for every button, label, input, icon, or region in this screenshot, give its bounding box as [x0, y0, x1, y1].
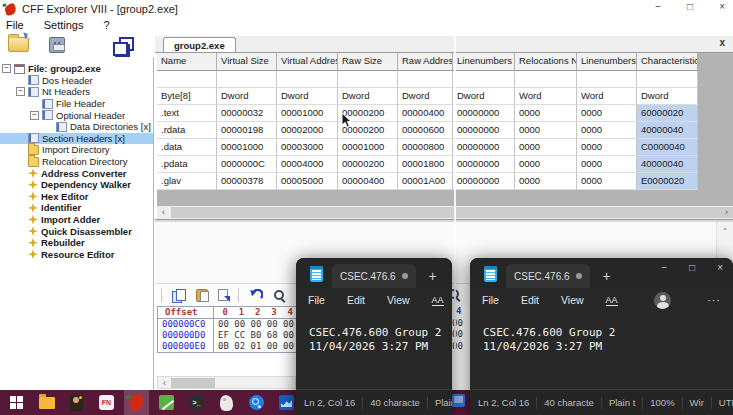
close-button[interactable]: ×	[719, 1, 725, 12]
table-cell[interactable]	[398, 71, 453, 88]
table-cell[interactable]: Word	[515, 88, 577, 105]
sidebar-item-section-headers-x[interactable]: Section Headers [x]	[0, 133, 153, 145]
table-cell[interactable]: Byte[8]	[157, 88, 217, 105]
column-header-virtual-size[interactable]: Virtual Size	[217, 53, 277, 71]
scrollbar-thumb[interactable]	[171, 207, 733, 218]
table-cell[interactable]: .rdata	[157, 122, 217, 139]
notepad-menu-file[interactable]: File	[482, 294, 499, 306]
table-cell[interactable]: Dword	[398, 88, 453, 105]
table-cell[interactable]: 00002000	[277, 122, 338, 139]
table-cell[interactable]: 00005000	[277, 173, 338, 190]
taskbar-icon-blue-window[interactable]	[452, 394, 465, 407]
table-cell[interactable]	[277, 71, 338, 88]
table-cell[interactable]: 0000	[577, 173, 637, 190]
fill-icon[interactable]	[218, 289, 228, 301]
column-header-virtual-address[interactable]: Virtual Address	[277, 53, 338, 71]
table-cell[interactable]: .data	[157, 139, 217, 156]
table-cell[interactable]: 40000040	[637, 156, 698, 173]
table-cell[interactable]: 00000000	[453, 173, 515, 190]
table-cell[interactable]: .glav	[157, 173, 217, 190]
table-cell[interactable]: 00000600	[398, 122, 453, 139]
taskbar-icon-fn-app[interactable]: FN	[98, 390, 115, 415]
table-cell[interactable]: 00000198	[217, 122, 277, 139]
minimize-button[interactable]: −	[655, 1, 661, 12]
table-cell[interactable]: 00000032	[217, 105, 277, 122]
notepad-menu-view[interactable]: View	[387, 294, 410, 306]
table-cell[interactable]: 00000000	[453, 105, 515, 122]
table-cell[interactable]: 00000000	[453, 156, 515, 173]
new-tab-button[interactable]: +	[603, 269, 611, 283]
scroll-left-icon[interactable]: ‹	[158, 377, 171, 390]
column-header-relocations-n[interactable]: Relocations N...	[515, 53, 577, 71]
table-cell[interactable]: E0000020	[637, 173, 698, 190]
tree-expander-icon[interactable]: −	[30, 111, 39, 120]
notepad-menu-edit[interactable]: Edit	[347, 294, 365, 306]
notepad-menu-file[interactable]: File	[308, 294, 325, 306]
taskbar-icon-monitor-app[interactable]	[278, 390, 295, 415]
column-header-raw-address[interactable]: Raw Address	[398, 53, 453, 71]
tree-expander-icon[interactable]: −	[16, 87, 25, 96]
hex-bytes[interactable]: 00 00 00 00 00 0	[214, 319, 305, 330]
cascade-windows-icon[interactable]	[113, 37, 131, 53]
table-cell[interactable]: 00001000	[217, 139, 277, 156]
tab-group2-exe[interactable]: group2.exe	[163, 37, 236, 52]
font-settings-icon[interactable]: AA	[432, 295, 444, 306]
table-cell[interactable]	[338, 71, 398, 88]
table-cell[interactable]: 0000	[515, 173, 577, 190]
notepad-tab[interactable]: CSEC.476.6	[332, 264, 416, 288]
new-tab-button[interactable]: +	[429, 269, 437, 283]
sidebar-item-identifier[interactable]: Identifier	[0, 202, 153, 214]
column-header-characteristics[interactable]: Characteristics	[637, 53, 698, 71]
table-cell[interactable]	[515, 71, 577, 88]
table-cell[interactable]: Dword	[338, 88, 398, 105]
table-cell[interactable]: 0000	[577, 139, 637, 156]
hex-horizontal-scrollbar[interactable]: ‹	[157, 376, 296, 389]
maximize-button[interactable]: □	[687, 1, 693, 12]
taskbar-icon-portrait-app[interactable]	[68, 390, 85, 415]
column-header-name[interactable]: Name	[157, 53, 217, 71]
table-cell[interactable]: 0000	[515, 122, 577, 139]
table-cell[interactable]: Dword	[277, 88, 338, 105]
taskbar-icon-file-explorer[interactable]	[38, 390, 55, 415]
sidebar-item-import-adder[interactable]: Import Adder	[0, 214, 153, 226]
sidebar-item-quick-disassembler[interactable]: Quick Disassembler	[0, 225, 153, 237]
table-horizontal-scrollbar[interactable]: ‹ ›	[157, 206, 733, 219]
column-header-raw-size[interactable]: Raw Size	[338, 53, 398, 71]
table-cell[interactable]: Dword	[637, 88, 698, 105]
table-cell[interactable]: 00000400	[338, 173, 398, 190]
hex-bytes[interactable]: 0B 02 01 00 00 2	[214, 341, 305, 352]
table-cell[interactable]: 00000000	[453, 122, 515, 139]
maximize-button[interactable]: □	[689, 262, 695, 273]
column-header-linenumbers[interactable]: Linenumbers ...	[577, 53, 637, 71]
menu-file[interactable]: File	[6, 19, 24, 31]
open-file-icon[interactable]	[8, 37, 29, 52]
undo-icon[interactable]	[249, 289, 263, 302]
table-cell[interactable]: 00004000	[277, 156, 338, 173]
hex-row[interactable]: 000000D0EF CC B0 68 00 0	[158, 330, 308, 341]
table-cell[interactable]: 00000000	[453, 139, 515, 156]
table-cell[interactable]: .pdata	[157, 156, 217, 173]
sidebar-item-relocation-directory[interactable]: Relocation Directory	[0, 156, 153, 168]
table-cell[interactable]: 0000	[515, 105, 577, 122]
table-cell[interactable]: 00001A00	[398, 173, 453, 190]
notepad-text-area[interactable]: CSEC.476.600 Group 211/04/2026 3:27 PM	[470, 312, 733, 354]
hex-bytes[interactable]: EF CC B0 68 00 0	[214, 330, 305, 341]
close-button[interactable]: ×	[717, 262, 723, 273]
notepad-text-area[interactable]: CSEC.476.600 Group 211/04/2026 3:27 PM	[296, 312, 452, 354]
scrollbar-thumb[interactable]	[171, 378, 215, 388]
hex-row[interactable]: 000000C000 00 00 00 00 0	[158, 319, 308, 330]
sidebar-item-address-converter[interactable]: Address Converter	[0, 167, 153, 179]
table-cell[interactable]: 00003000	[277, 139, 338, 156]
table-cell[interactable]: 0000	[577, 105, 637, 122]
table-cell[interactable]: 00001000	[277, 105, 338, 122]
paste-icon[interactable]	[196, 289, 208, 302]
sidebar-item-import-directory[interactable]: Import Directory	[0, 144, 153, 156]
taskbar-icon-white-figure-app[interactable]	[218, 390, 235, 415]
table-cell[interactable]	[577, 71, 637, 88]
notepad-menu-edit[interactable]: Edit	[521, 294, 539, 306]
taskbar-icon-windows-start[interactable]	[8, 390, 25, 415]
sidebar-item-nt-headers[interactable]: −Nt Headers	[0, 86, 153, 98]
table-cell[interactable]: 40000040	[637, 122, 698, 139]
sidebar-item-dependency-walker[interactable]: Dependency Walker	[0, 179, 153, 191]
taskbar-icon-cff-explorer[interactable]	[124, 390, 149, 415]
